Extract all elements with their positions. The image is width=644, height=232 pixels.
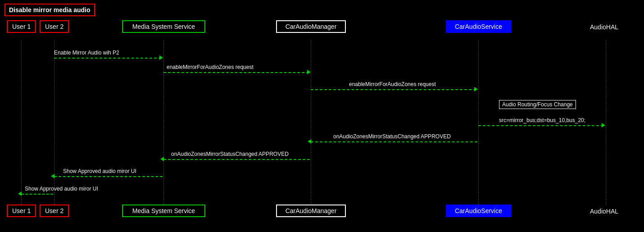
actor-cam-bottom: CarAudioManager	[276, 205, 346, 217]
msg-arrowhead-8	[51, 174, 54, 178]
msg-label-8: Show Approved audio miror UI	[63, 168, 136, 174]
actor-mss-top: Media System Service	[122, 20, 205, 33]
msg-label-2: enableMirrorForAudioZones request	[167, 64, 254, 70]
lifeline-mss	[163, 40, 164, 205]
actor-user2-bottom: User 2	[40, 205, 69, 217]
msg-arrowhead-9	[18, 191, 22, 196]
msg-arrow-3	[311, 89, 476, 90]
msg-arrowhead-1	[159, 55, 163, 60]
actor-cas-top: CarAudioService	[446, 20, 511, 33]
actor-hal-top: AudioHAL	[590, 23, 618, 31]
msg-label-3: enableMirrorForAudioZones request	[349, 81, 436, 87]
actor-user1-top: User 1	[7, 20, 36, 33]
actor-user1-bottom: User 1	[7, 205, 36, 217]
actor-hal-bottom: AudioHAL	[590, 208, 618, 215]
msg-arrow-6	[311, 141, 477, 142]
msg-label-4: Audio Routing/Focus Change	[499, 100, 576, 109]
msg-label-9: Show Approved audio miror UI	[25, 186, 98, 192]
msg-arrow-5	[478, 125, 603, 126]
msg-label-5: src=mirror_bus;dst=bus_10,bus_20;	[499, 117, 585, 123]
msg-arrow-8	[54, 176, 163, 177]
msg-arrowhead-7	[160, 157, 164, 161]
lifeline-user2	[54, 40, 54, 205]
lifeline-hal	[606, 40, 606, 205]
actor-mss-bottom: Media System Service	[122, 205, 205, 217]
lifeline-cas	[478, 40, 479, 205]
msg-arrowhead-2	[307, 70, 311, 74]
msg-arrow-2	[163, 72, 309, 73]
msg-label-7: onAudioZonesMirrorStatusChanged APPROVED	[171, 151, 289, 157]
lifeline-cam	[311, 40, 311, 205]
lifeline-user1	[21, 40, 22, 205]
msg-arrow-9	[21, 194, 53, 195]
msg-arrowhead-6	[308, 139, 311, 144]
msg-label-1: Enable Mirror Audio wih P2	[54, 50, 119, 56]
msg-label-6: onAudioZonesMirrorStatusChanged APPROVED	[333, 133, 451, 140]
actor-cam-top: CarAudioManager	[276, 20, 346, 33]
diagram-title: Disable mirror media audio	[5, 4, 95, 16]
msg-arrowhead-5	[602, 123, 605, 127]
actor-user2-top: User 2	[40, 20, 69, 33]
diagram-container: Disable mirror media audio User 1 User 2…	[0, 0, 644, 232]
msg-arrowhead-3	[474, 87, 478, 91]
msg-arrow-1	[54, 58, 161, 59]
actor-cas-bottom: CarAudioService	[446, 205, 511, 217]
msg-arrow-7	[163, 159, 310, 160]
